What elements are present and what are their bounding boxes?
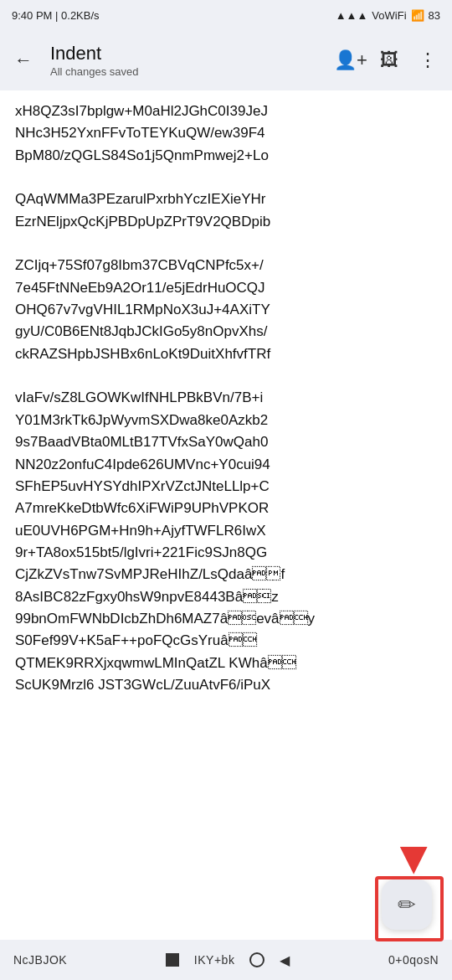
fab-container: ✏ [382,879,432,930]
document-text[interactable]: xH8QZ3sI7bplgw+M0aHl2JGhC0I39JeJ NHc3H52… [15,101,437,696]
edit-fab-button[interactable]: ✏ [382,879,432,930]
nav-square-icon[interactable] [166,953,179,967]
top-bar: ← Indent All changes saved 👤+ 🖼 ⋮ [0,30,452,90]
nav-icons: IKY+bk ◀ [166,952,290,968]
nav-left-text: NcJBJOK [13,953,67,967]
status-bar: 9:40 PM | 0.2KB/s ▲▲▲ VoWiFi 📶 83 [0,0,452,30]
content-area: xH8QZ3sI7bplgw+M0aHl2JGhC0I39JeJ NHc3H52… [0,90,452,763]
nav-middle-text: IKY+bk [194,953,235,967]
status-time-data: 9:40 PM | 0.2KB/s [12,9,100,22]
comment-icon: 🖼 [380,49,398,71]
edit-fab-icon: ✏ [398,892,416,918]
nav-circle-icon[interactable] [249,952,265,967]
vo-wifi-icon: VoWiFi [372,9,406,22]
battery-level: 83 [429,9,440,22]
nav-right-text: 0+0qosN [388,953,439,967]
bottom-nav: NcJBJOK IKY+bk ◀ 0+0qosN [0,940,452,980]
page-title: Indent [50,43,326,64]
top-actions: 👤+ 🖼 ⋮ [333,43,445,78]
add-person-icon: 👤+ [334,49,367,71]
arrow-overlay: ▼ [391,834,437,881]
signal-icon: ▲▲▲ [336,9,368,22]
battery-percent: 83 [429,9,440,22]
red-down-arrow-icon: ▼ [391,834,437,881]
status-separator: | [55,9,61,22]
comment-button[interactable]: 🖼 [372,43,407,78]
status-time: 9:40 PM [12,9,52,22]
wifi-icon: 📶 [411,9,424,22]
more-options-button[interactable]: ⋮ [410,43,445,78]
status-icons: ▲▲▲ VoWiFi 📶 83 [336,9,440,22]
title-block: Indent All changes saved [47,43,326,78]
status-data: 0.2KB/s [61,9,100,22]
back-arrow-icon: ← [14,49,33,71]
add-person-button[interactable]: 👤+ [333,43,368,78]
nav-triangle-icon[interactable]: ◀ [280,952,290,968]
back-button[interactable]: ← [7,44,40,77]
page-subtitle: All changes saved [50,65,326,78]
more-icon: ⋮ [419,49,437,71]
